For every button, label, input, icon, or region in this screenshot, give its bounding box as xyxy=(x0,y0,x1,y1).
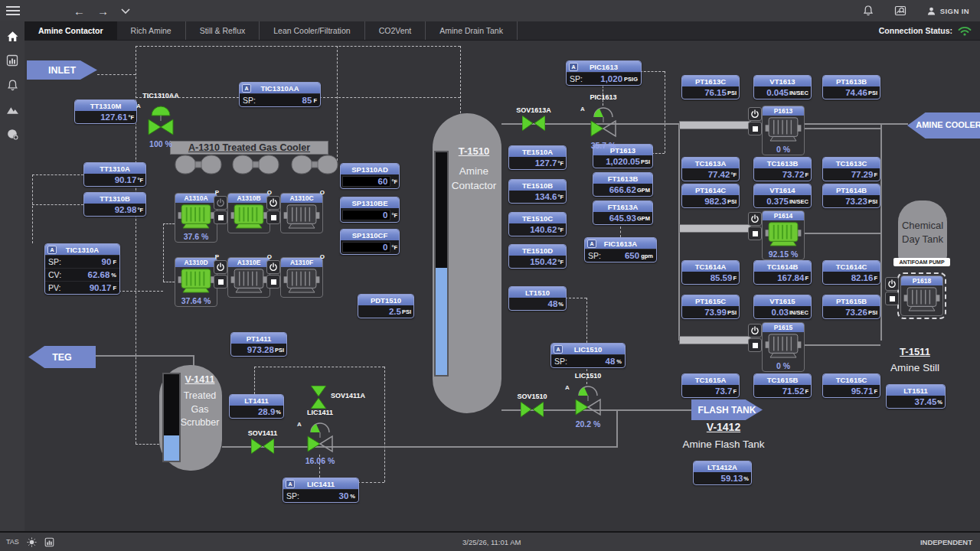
kpi-TC1613B[interactable]: TC1613B73.72F xyxy=(753,157,812,181)
tab-lean-cooler-filtration[interactable]: Lean Cooler/Filtration xyxy=(260,21,364,40)
motor-A1310C[interactable]: OA1310C xyxy=(280,193,323,233)
kpi-TC1615A[interactable]: TC1615A73.7F xyxy=(681,373,740,398)
power-button-P1618[interactable] xyxy=(885,277,899,291)
kpi-PDT1510[interactable]: PDT15102.5PSI xyxy=(358,294,414,318)
kpi-TE1510B[interactable]: TE1510B134.6°F xyxy=(508,179,567,204)
stop-button-P1615[interactable] xyxy=(748,338,762,352)
kpi-TC1615C[interactable]: TC1615C95.71F xyxy=(822,373,880,398)
kpi-FT1613A[interactable]: FT1613A645.93GPM xyxy=(593,201,653,225)
kpi-PT1613C[interactable]: PT1613C76.15PSI xyxy=(681,75,740,99)
motor-A1310D[interactable]: PA1310D37.64 % xyxy=(175,257,217,307)
tab-still-reflux[interactable]: Still & Reflux xyxy=(186,21,260,40)
power-button-A1310E[interactable] xyxy=(214,260,227,274)
kpi-VT1613[interactable]: VT16130.045IN/SEC xyxy=(753,75,812,99)
valve-SOV1411[interactable]: SOV1411 xyxy=(243,429,282,457)
kpi-TE1510C[interactable]: TE1510C140.62°F xyxy=(508,212,567,236)
kpi-input-value[interactable]: 0 xyxy=(342,210,390,220)
menu-icon[interactable] xyxy=(6,6,20,15)
amine-cooler-arrow[interactable]: AMINE COOLER xyxy=(907,112,980,139)
kpi-PT1615C[interactable]: PT1615C73.99PSI xyxy=(681,295,740,319)
valve-TIC1310AA[interactable]: TIC1310AAA100 % xyxy=(138,92,184,148)
power-button-P1613[interactable] xyxy=(748,107,762,121)
kpi-TT1310B[interactable]: TT1310B92.98°F xyxy=(83,192,146,217)
tab-co2vent[interactable]: CO2Vent xyxy=(365,21,426,40)
kpi-TC1614C[interactable]: TC1614C82.16F xyxy=(822,260,880,285)
row-value[interactable]: 650 xyxy=(625,251,639,260)
power-button-P1614[interactable] xyxy=(748,212,762,226)
chevron-down-icon[interactable] xyxy=(121,8,130,14)
back-icon[interactable]: ← xyxy=(74,5,85,18)
row-value[interactable]: 85 xyxy=(302,96,312,105)
kpi-TC1614A[interactable]: TC1614A85.59F xyxy=(681,260,740,285)
row-value[interactable]: 48 xyxy=(606,357,616,366)
faceplate-TIC1310AA[interactable]: ATIC1310AASP:85F xyxy=(239,82,321,107)
forward-icon[interactable]: → xyxy=(97,5,109,18)
pump-P1614[interactable]: P161492.15 % xyxy=(762,210,805,260)
kpi-TT1310A[interactable]: TT1310A90.17°F xyxy=(83,162,146,187)
row-value[interactable]: 30 xyxy=(339,491,349,500)
trends-chart-icon[interactable] xyxy=(5,54,19,67)
kpi-LT1511[interactable]: LT151137.45% xyxy=(886,384,946,409)
kpi-PT1613B[interactable]: PT1613B74.46PSI xyxy=(822,75,880,99)
faceplate-LIC1411[interactable]: ALIC1411SP:30% xyxy=(283,478,359,503)
kpi-PT1411[interactable]: PT1411973.28PSI xyxy=(230,332,287,357)
kpi-input-value[interactable]: 60 xyxy=(342,176,390,187)
kpi-VT1615[interactable]: VT16150.03IN/SEC xyxy=(753,295,812,319)
faceplate-PIC1613[interactable]: APIC1613SP:1,020PSIG xyxy=(566,60,642,86)
valve-SOV1510[interactable]: SOV1510 xyxy=(513,393,551,420)
assets-icon[interactable] xyxy=(5,127,19,141)
kpi-SP1310BE[interactable]: SP1310BE0°F xyxy=(340,197,400,223)
display-brightness-icon[interactable] xyxy=(27,537,37,547)
row-value[interactable]: 1,020 xyxy=(600,74,622,83)
pump-P1615[interactable]: P16150 % xyxy=(762,322,805,372)
valve-SOV1411A[interactable]: SOV1411A xyxy=(311,386,326,412)
kpi-SP1310AD[interactable]: SP1310AD60°F xyxy=(340,163,400,189)
valve-SOV1613A[interactable]: SOV1613A xyxy=(514,106,553,134)
stop-button-A1310C[interactable] xyxy=(266,210,280,224)
kpi-TT1310M[interactable]: TT1310M127.61°F xyxy=(74,99,137,124)
kpi-SP1310CF[interactable]: SP1310CF0°F xyxy=(340,229,400,255)
image-search-icon[interactable] xyxy=(894,5,906,17)
kpi-VT1614[interactable]: VT16140.375IN/SEC xyxy=(753,184,812,208)
kpi-TC1614B[interactable]: TC1614B167.84F xyxy=(753,260,812,285)
kpi-PT1614B[interactable]: PT1614B73.23PSI xyxy=(822,184,880,208)
pump-P1618-antifoam[interactable]: P1618 xyxy=(900,276,943,316)
motor-A1310E[interactable]: OA1310E xyxy=(227,257,270,298)
kpi-TE1510D[interactable]: TE1510D150.42°F xyxy=(508,244,567,269)
alarm-bell-icon[interactable] xyxy=(862,5,874,17)
power-button-A1310C[interactable] xyxy=(266,196,280,210)
stop-button-P1614[interactable] xyxy=(748,227,762,240)
stop-button-P1613[interactable] xyxy=(748,122,762,135)
flash-tank-arrow[interactable]: FLASH TANK xyxy=(691,399,763,420)
stop-button-A1310B[interactable] xyxy=(214,210,227,224)
power-button-P1615[interactable] xyxy=(748,324,762,337)
graphics-mountain-icon[interactable] xyxy=(5,103,19,116)
kpi-LT1411[interactable]: LT141128.9% xyxy=(229,394,284,419)
kpi-TC1613A[interactable]: TC1613A77.42°F xyxy=(681,157,740,181)
motor-A1310F[interactable]: OA1310F xyxy=(280,257,323,298)
power-button-A1310B[interactable] xyxy=(214,196,227,210)
motor-A1310A[interactable]: PA1310A37.6 % xyxy=(175,193,217,243)
stop-button-P1618[interactable] xyxy=(885,292,899,305)
kpi-TE1510A[interactable]: TE1510A127.7°F xyxy=(508,145,567,170)
home-icon[interactable] xyxy=(5,29,19,43)
kpi-TC1615B[interactable]: TC1615B71.52F xyxy=(753,373,812,398)
stop-button-A1310F[interactable] xyxy=(266,275,280,289)
kpi-input-value[interactable]: 0 xyxy=(342,242,390,253)
tab-amine-drain-tank[interactable]: Amine Drain Tank xyxy=(426,21,518,40)
kpi-LT1412A[interactable]: LT1412A59.13% xyxy=(693,461,752,485)
tab-amine-contactor[interactable]: Amine Contactor xyxy=(24,21,117,40)
faceplate-LIC1510[interactable]: ALIC1510SP:48% xyxy=(550,343,626,368)
sign-in-button[interactable]: SIGN IN xyxy=(926,6,969,16)
row-value[interactable]: 90 xyxy=(102,257,112,266)
kpi-TC1613C[interactable]: TC1613C77.29F xyxy=(822,157,880,181)
tab-rich-amine[interactable]: Rich Amine xyxy=(117,21,186,40)
kpi-PT1614C[interactable]: PT1614C982.3PSI xyxy=(681,184,740,208)
motor-A1310B[interactable]: OA1310B xyxy=(227,193,270,233)
kpi-PT1615B[interactable]: PT1615B73.26PSI xyxy=(822,295,880,319)
valve-LIC1510[interactable]: LIC1510A20.2 % xyxy=(570,372,606,429)
diagnostics-chart-icon[interactable] xyxy=(44,537,54,547)
inlet-arrow[interactable]: INLET xyxy=(27,60,97,80)
alarms-bell-icon[interactable] xyxy=(5,78,19,92)
faceplate-TIC1310A[interactable]: ATIC1310ASP:90FCV:62.68%PV:90.17F xyxy=(44,243,120,295)
